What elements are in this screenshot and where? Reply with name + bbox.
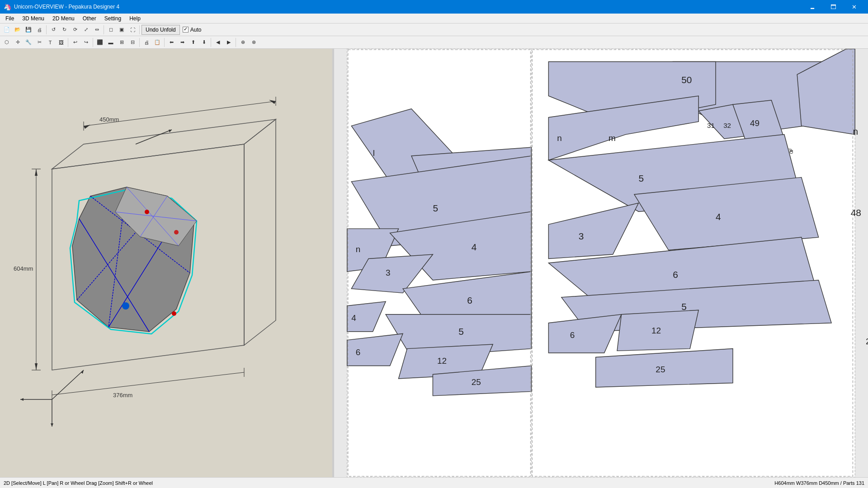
expand-button[interactable]: ▶ <box>224 38 234 47</box>
distribute-button[interactable]: ⊗ <box>249 38 259 47</box>
grid-button[interactable]: ⊟ <box>127 38 137 47</box>
2d-view[interactable]: 50 3 l m 5 n 4 3 <box>334 49 868 477</box>
join-button[interactable]: ⊞ <box>117 38 127 47</box>
align-up[interactable]: ⬆ <box>188 38 198 47</box>
menu-help[interactable]: Help <box>126 14 144 23</box>
status-right: H604mm W376mm D450mm / Parts 131 <box>774 480 864 486</box>
svg-text:49: 49 <box>750 118 760 128</box>
align-left[interactable]: ⬅ <box>166 38 176 47</box>
svg-text:🖱: 🖱 <box>788 147 794 155</box>
move-button[interactable]: ✛ <box>13 38 23 47</box>
app-icon: 🦄 <box>4 3 11 10</box>
save-button[interactable]: 💾 <box>24 25 33 35</box>
menu-2d[interactable]: 2D Menu <box>49 14 78 23</box>
split-h-button[interactable]: ▬ <box>106 38 116 47</box>
svg-text:25: 25 <box>472 377 481 387</box>
cut-button[interactable]: ✂ <box>34 38 44 47</box>
window-title: Unicorn-OVERVIEW - Pepakura Designer 4 <box>14 4 119 10</box>
scale-button[interactable]: ⤢ <box>81 25 91 35</box>
svg-text:4: 4 <box>351 313 356 323</box>
sep6 <box>139 38 140 47</box>
align-down[interactable]: ⬇ <box>199 38 209 47</box>
text-button[interactable]: T <box>45 38 55 47</box>
auto-label-text: Auto <box>190 27 202 33</box>
undo-button[interactable]: ↩ <box>70 38 80 47</box>
svg-text:n: n <box>853 126 858 136</box>
collapse-button[interactable]: ◀ <box>213 38 223 47</box>
svg-text:5: 5 <box>458 326 464 337</box>
svg-text:29: 29 <box>866 337 868 346</box>
open-button[interactable]: 📂 <box>13 25 23 35</box>
split-v-button[interactable]: ⬛ <box>95 38 105 47</box>
menu-other[interactable]: Other <box>79 14 100 23</box>
view3d-button[interactable]: ◻ <box>106 25 116 35</box>
print-button[interactable]: 🖨 <box>142 38 151 47</box>
main-area: 450mm 604mm 376mm 50 <box>0 49 868 477</box>
toolbar1: 📄 📂 💾 🖨 ↺ ↻ ⟳ ⤢ ⇔ ◻ ▣ ⛶ Undo Unfold Auto <box>0 23 868 36</box>
svg-text:6: 6 <box>570 330 575 340</box>
sep3 <box>139 25 140 34</box>
redo-button[interactable]: ↪ <box>81 38 91 47</box>
3d-model-svg: 450mm 604mm 376mm <box>0 49 332 477</box>
menu-setting[interactable]: Setting <box>101 14 125 23</box>
toolbar2: ⬡ ✛ 🔧 ✂ T 🖼 ↩ ↪ ⬛ ▬ ⊞ ⊟ 🖨 📋 ⬅ ➡ ⬆ ⬇ ◀ ▶ … <box>0 36 868 49</box>
sep4 <box>68 38 68 47</box>
align-right[interactable]: ➡ <box>177 38 187 47</box>
svg-point-31 <box>122 302 129 310</box>
sep2 <box>104 25 104 34</box>
export-button[interactable]: 🖨 <box>34 25 44 35</box>
sep8 <box>211 38 211 47</box>
svg-text:5: 5 <box>681 301 687 312</box>
fold-button[interactable]: 🔧 <box>24 38 33 47</box>
close-button[interactable]: ✕ <box>844 0 864 14</box>
svg-text:6: 6 <box>673 269 678 280</box>
svg-text:n: n <box>557 133 562 143</box>
svg-text:32: 32 <box>723 122 731 129</box>
view2d-button[interactable]: ▣ <box>117 25 127 35</box>
title-bar-left: 🦄 Unicorn-OVERVIEW - Pepakura Designer 4 <box>4 3 119 10</box>
new-button[interactable]: 📄 <box>2 25 12 35</box>
svg-text:m: m <box>609 133 616 143</box>
auto-checkbox[interactable] <box>183 27 189 33</box>
rotate-z-button[interactable]: ⟳ <box>70 25 80 35</box>
title-bar: 🦄 Unicorn-OVERVIEW - Pepakura Designer 4… <box>0 0 868 14</box>
auto-label-container: Auto <box>183 27 202 33</box>
3d-view[interactable]: 450mm 604mm 376mm <box>0 49 332 477</box>
svg-text:376mm: 376mm <box>113 392 132 399</box>
snap-button[interactable]: ⊕ <box>238 38 248 47</box>
rotate-y-button[interactable]: ↻ <box>59 25 69 35</box>
maximize-button[interactable]: 🗖 <box>823 0 844 14</box>
rotate-x-button[interactable]: ↺ <box>48 25 58 35</box>
sep5 <box>93 38 93 47</box>
svg-text:450mm: 450mm <box>99 116 119 123</box>
svg-text:12: 12 <box>651 326 661 335</box>
2d-unfold-svg: 50 3 l m 5 n 4 3 <box>334 49 868 477</box>
svg-text:3: 3 <box>386 268 391 277</box>
image-button[interactable]: 🖼 <box>56 38 66 47</box>
title-bar-controls: 🗕 🗖 ✕ <box>802 0 864 14</box>
undo-unfold-button[interactable]: Undo Unfold <box>142 25 180 35</box>
svg-text:n: n <box>356 244 361 254</box>
status-left: 2D [Select/Move] L [Pan] R or Wheel Drag… <box>4 480 153 486</box>
sep1 <box>46 25 47 34</box>
svg-text:604mm: 604mm <box>14 265 33 272</box>
svg-point-28 <box>145 210 149 214</box>
sep9 <box>236 38 236 47</box>
svg-text:31: 31 <box>707 122 715 129</box>
select-button[interactable]: ⬡ <box>2 38 12 47</box>
menu-file[interactable]: File <box>2 14 18 23</box>
status-bar: 2D [Select/Move] L [Pan] R or Wheel Drag… <box>0 477 868 488</box>
svg-text:25: 25 <box>656 365 665 374</box>
fullscreen-button[interactable]: ⛶ <box>127 25 137 35</box>
svg-text:6: 6 <box>356 347 361 357</box>
page-button[interactable]: 📋 <box>152 38 162 47</box>
svg-text:5: 5 <box>638 173 644 183</box>
svg-text:5: 5 <box>433 203 438 213</box>
svg-text:l: l <box>373 148 375 158</box>
sep7 <box>164 38 165 47</box>
svg-text:4: 4 <box>716 211 721 222</box>
mirror-button[interactable]: ⇔ <box>92 25 102 35</box>
minimize-button[interactable]: 🗕 <box>802 0 823 14</box>
menu-3d[interactable]: 3D Menu <box>19 14 48 23</box>
svg-text:3: 3 <box>579 231 584 241</box>
